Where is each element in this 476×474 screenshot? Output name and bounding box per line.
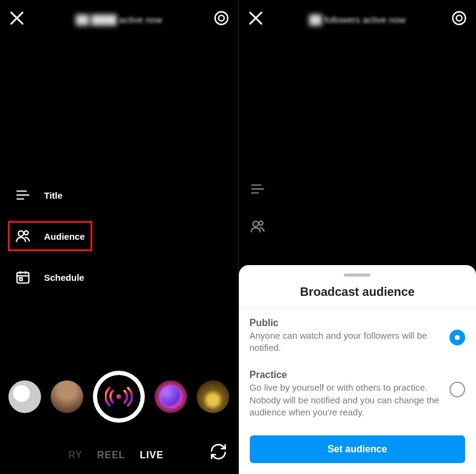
audience-sheet-screen: ██ followers active now Broadcast audien… <box>238 0 477 474</box>
schedule-label: Schedule <box>44 272 84 283</box>
audience-option-public[interactable]: Public Anyone can watch and your followe… <box>239 308 477 360</box>
svg-point-17 <box>453 12 466 25</box>
header-status: ██ ████ active now <box>25 14 213 25</box>
title-option[interactable]: Title <box>9 181 91 209</box>
live-broadcast-icon <box>97 375 141 418</box>
close-icon[interactable] <box>8 10 25 29</box>
live-options-dim <box>250 181 265 237</box>
audience-option[interactable]: Audience <box>9 222 91 250</box>
svg-point-2 <box>215 12 227 25</box>
sheet-drag-handle[interactable] <box>344 274 370 277</box>
header-bar: ██ followers active now <box>239 6 477 33</box>
title-label: Title <box>44 190 63 200</box>
camera-mode-bar: RY REEL LIVE <box>0 450 238 461</box>
radio-public-selected[interactable] <box>449 330 465 345</box>
svg-point-22 <box>253 221 258 226</box>
close-icon[interactable] <box>247 10 264 29</box>
settings-icon[interactable] <box>213 10 230 29</box>
filter-thumb-1[interactable] <box>8 380 41 413</box>
schedule-option[interactable]: Schedule <box>9 263 91 291</box>
go-live-button[interactable] <box>93 371 145 423</box>
filter-thumb-3[interactable] <box>154 380 187 413</box>
svg-point-7 <box>18 231 24 236</box>
svg-point-14 <box>116 394 121 399</box>
mode-story[interactable]: RY <box>68 450 83 461</box>
header-bar: ██ ████ active now <box>0 6 238 33</box>
audience-icon <box>250 219 265 237</box>
svg-rect-13 <box>20 278 22 280</box>
option-desc: Anyone can watch and your followers will… <box>250 330 442 354</box>
mode-reel[interactable]: REEL <box>97 450 125 461</box>
settings-icon[interactable] <box>451 10 468 29</box>
switch-camera-icon[interactable] <box>209 443 227 463</box>
title-icon <box>250 181 265 199</box>
radio-practice[interactable] <box>449 382 465 397</box>
filter-thumb-2[interactable] <box>51 380 83 413</box>
svg-point-23 <box>259 221 263 225</box>
audience-label: Audience <box>44 231 85 242</box>
option-desc: Go live by yourself or with others to pr… <box>250 382 442 418</box>
audience-option-practice[interactable]: Practice Go live by yourself or with oth… <box>239 360 477 424</box>
svg-point-18 <box>456 15 462 21</box>
sheet-title: Broadcast audience <box>239 285 477 308</box>
camera-live-screen: ██ ████ active now Title Audience Schedu… <box>0 0 238 474</box>
header-status: ██ followers active now <box>264 14 451 25</box>
option-title: Public <box>250 318 442 328</box>
mode-live[interactable]: LIVE <box>140 450 164 461</box>
svg-point-3 <box>218 15 224 21</box>
filter-carousel[interactable] <box>0 371 238 423</box>
live-options-list: Title Audience Schedule <box>9 181 91 291</box>
filter-thumb-4[interactable] <box>197 380 229 413</box>
svg-point-8 <box>24 231 28 235</box>
broadcast-audience-sheet: Broadcast audience Public Anyone can wat… <box>239 265 477 474</box>
option-title: Practice <box>250 370 442 380</box>
set-audience-button[interactable]: Set audience <box>250 435 466 463</box>
